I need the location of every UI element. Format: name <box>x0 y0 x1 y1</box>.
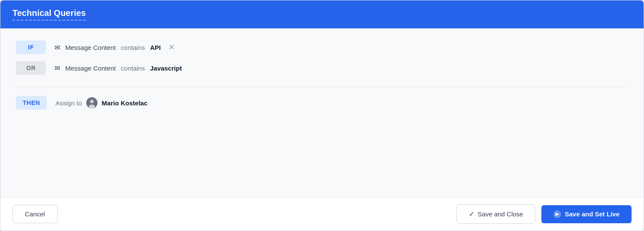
modal-header: Technical Queries <box>0 0 644 28</box>
section-divider <box>16 87 628 87</box>
assign-label: Assign to <box>55 99 82 107</box>
avatar <box>86 97 97 108</box>
conditions-section: IF ✉ Message Content contains API ✕ OR ✉… <box>16 40 628 75</box>
assign-field: Assign to Mario Kostelac <box>55 97 147 108</box>
badge-if: IF <box>16 40 46 54</box>
cancel-button[interactable]: Cancel <box>12 205 58 223</box>
save-and-close-button[interactable]: ✓ Save and Close <box>456 204 536 224</box>
condition-field-if: ✉ Message Content contains API ✕ <box>55 43 177 52</box>
modal-body: IF ✉ Message Content contains API ✕ OR ✉… <box>0 28 644 197</box>
assignee-name: Mario Kostelac <box>102 99 148 107</box>
action-section: THEN Assign to Mario Kostelac <box>16 96 628 110</box>
field-name-or: Message Content <box>65 65 116 72</box>
modal-container: Technical Queries IF ✉ Message Content c… <box>0 0 644 231</box>
save-live-label: Save and Set Live <box>565 210 620 218</box>
condition-field-or: ✉ Message Content contains Javascript <box>55 64 182 72</box>
remove-condition-if-button[interactable]: ✕ <box>166 43 177 52</box>
message-icon-if: ✉ <box>55 43 60 52</box>
svg-point-1 <box>90 100 94 103</box>
checkmark-icon: ✓ <box>469 210 474 218</box>
play-icon: ▶ <box>553 210 561 218</box>
condition-row-or: OR ✉ Message Content contains Javascript <box>16 61 628 75</box>
save-close-label: Save and Close <box>478 210 523 218</box>
badge-or: OR <box>16 61 46 75</box>
field-value-if: API <box>150 44 161 51</box>
field-value-or: Javascript <box>150 65 182 72</box>
action-row-then: THEN Assign to Mario Kostelac <box>16 96 628 110</box>
message-icon-or: ✉ <box>55 64 60 72</box>
condition-row-if: IF ✉ Message Content contains API ✕ <box>16 40 628 54</box>
footer-right: ✓ Save and Close ▶ Save and Set Live <box>456 204 632 224</box>
modal-footer: Cancel ✓ Save and Close ▶ Save and Set L… <box>0 197 644 231</box>
field-name-if: Message Content <box>65 44 116 51</box>
field-operator-or: contains <box>121 65 145 72</box>
save-and-set-live-button[interactable]: ▶ Save and Set Live <box>541 205 632 223</box>
modal-title: Technical Queries <box>12 8 86 21</box>
badge-then: THEN <box>16 96 47 110</box>
field-operator-if: contains <box>121 44 145 51</box>
